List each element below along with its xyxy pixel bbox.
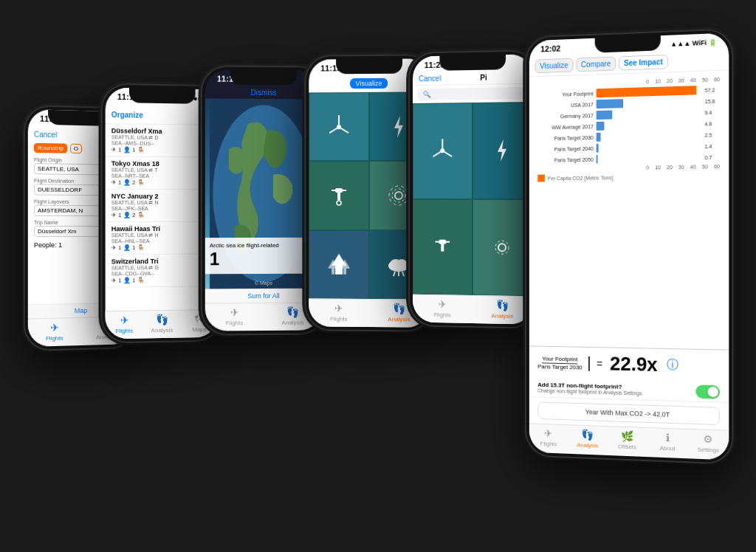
svg-line-4 xyxy=(329,127,339,133)
flights-icon-6: ✈ xyxy=(544,427,553,439)
paris2040-value: 1.4 xyxy=(705,143,720,148)
roundtrip-button[interactable]: Roundtrip xyxy=(34,143,67,153)
water-icon-5 xyxy=(427,232,456,261)
phone-5: 11:20 Cancel Pi 🔍 xyxy=(408,49,537,329)
analysis-label-3: Analysis xyxy=(282,320,304,326)
nav-analysis-2[interactable]: 👣 Analysis xyxy=(143,314,181,334)
an-cell-2[interactable] xyxy=(413,199,472,295)
flights-icon-4: ✈ xyxy=(334,303,343,314)
visualize-nav-button[interactable]: Visualize xyxy=(535,58,573,74)
nav-flights-5[interactable]: ✈ Flights xyxy=(413,298,472,319)
nav-offsets-6[interactable]: 🌿 Offsets xyxy=(608,429,647,451)
oneway-button[interactable]: O xyxy=(70,144,82,153)
offsets-icon-6: 🌿 xyxy=(621,430,633,443)
nav-flights-2[interactable]: ✈ Flights xyxy=(106,314,143,334)
analysis-label-5: Analysis xyxy=(491,312,513,320)
chart-scale-bottom: 0 10 20 30 40 50 60 xyxy=(537,164,720,172)
trip-route-3: SEA--HNL--SEA xyxy=(111,238,212,244)
paris2050-bar-container xyxy=(597,153,702,163)
search-bar-5[interactable]: 🔍 xyxy=(417,87,528,100)
flights-icon-2: ✈ xyxy=(120,314,128,326)
flights-label-2: Flights xyxy=(116,328,134,334)
trip-name-3: Hawaii Haas Tri xyxy=(111,225,212,232)
satellite-icon-5 xyxy=(487,232,517,263)
an-cell-1[interactable] xyxy=(472,102,533,199)
chart-row-paris2030: Paris Target 2030 2.5 xyxy=(537,130,720,142)
trip-icons-3: ✈ 1 👤 1 🪑 xyxy=(111,244,212,252)
flights-label-6: Flights xyxy=(540,441,557,448)
an-cell-0[interactable] xyxy=(413,103,472,199)
info-icon[interactable]: ⓘ xyxy=(667,357,678,373)
usa-value: 15.8 xyxy=(705,98,720,104)
flights-label-5: Flights xyxy=(433,311,450,318)
nav-flights-3[interactable]: ✈ Flights xyxy=(205,306,264,327)
footprint-label: Your Footprint xyxy=(537,91,593,97)
footprint-bar xyxy=(597,86,696,97)
water-tap-icon xyxy=(324,181,354,210)
about-label-6: About xyxy=(659,445,675,452)
trip-icons-4: ✈ 1 👤 1 🪑 xyxy=(111,276,212,283)
flights-icon-3: ✈ xyxy=(230,306,238,318)
nav-flights-4[interactable]: ✈ Flights xyxy=(309,302,368,322)
nav-analysis-5[interactable]: 👣 Analysis xyxy=(472,299,533,320)
viz-cell-0[interactable] xyxy=(309,92,368,161)
time-6: 12:02 xyxy=(540,44,560,54)
lightning-icon-5 xyxy=(487,136,517,165)
compare-nav-button[interactable]: Compare xyxy=(576,57,616,72)
usa-label: USA 2017 xyxy=(537,102,593,108)
svg-point-32 xyxy=(495,241,509,254)
svg-point-10 xyxy=(337,201,341,205)
flights-label-4: Flights xyxy=(330,316,347,322)
nav-flights-1[interactable]: ✈ Flights xyxy=(28,321,81,342)
nav-analysis-6[interactable]: 👣 Analysis xyxy=(568,428,607,449)
an-cell-3[interactable] xyxy=(472,199,533,297)
nav-flights-6[interactable]: ✈ Flights xyxy=(529,427,568,448)
trip-route-1: SEA--NRT--SEA xyxy=(111,173,212,179)
organize-button[interactable]: Organize xyxy=(111,111,143,120)
paris2050-value: 0.7 xyxy=(705,154,720,159)
visualize-button[interactable]: Visualize xyxy=(350,78,388,89)
svg-marker-6 xyxy=(394,115,403,137)
flights-label-3: Flights xyxy=(226,320,244,326)
nav-about-6[interactable]: ℹ About xyxy=(647,431,688,452)
notch-4 xyxy=(336,59,402,75)
notch-3 xyxy=(230,70,297,86)
see-impact-nav-button[interactable]: See Impact xyxy=(619,55,668,70)
scene: 11:17 ●●● Cancel Roundtrip O Flight Orig… xyxy=(16,10,740,542)
apple-maps-label: © Maps xyxy=(255,280,272,286)
chart-row-ww: WW Average 2017 4.8 xyxy=(537,119,720,132)
svg-point-12 xyxy=(392,189,405,202)
trip-route-0: SEA--AMS--DUS-- xyxy=(111,140,212,146)
usa-bar xyxy=(597,99,624,108)
paris2040-bar-container xyxy=(597,142,702,153)
viz-cell-2[interactable] xyxy=(309,161,368,230)
notch-5 xyxy=(439,55,506,71)
trip-route-4: SEA--CDG--GVA-- xyxy=(111,270,212,276)
chart-legend: Per Capita CO2 [Metric Tons] xyxy=(537,172,720,182)
dismiss-button[interactable]: Dismiss xyxy=(250,89,276,97)
trip-icons-0: ✈ 1 👤 1 🪑 xyxy=(111,146,212,153)
trip-route-2: SEA--JFK--SEA xyxy=(111,206,212,211)
analysis-icon-3: 👣 xyxy=(286,306,299,318)
cancel-button-5[interactable]: Cancel xyxy=(419,75,441,83)
footprint-bar-container xyxy=(597,86,702,97)
wind-icon xyxy=(427,136,456,165)
non-flight-toggle[interactable] xyxy=(695,384,720,399)
phone5-header: Cancel Pi xyxy=(413,71,532,86)
cancel-button-1[interactable]: Cancel xyxy=(34,131,57,139)
overlay-number: 1 xyxy=(210,249,317,270)
svg-line-26 xyxy=(442,151,452,156)
trip-origin-2: SEATTLE, USA ⇌ N xyxy=(111,200,212,206)
footprint-value: 57.2 xyxy=(705,87,720,93)
legend-text: Per Capita CO2 [Metric Tons] xyxy=(548,175,613,181)
nav-settings-6[interactable]: ⚙ Settings xyxy=(688,432,729,454)
analysis-icon-2: 👣 xyxy=(156,314,168,325)
germany-value: 9.4 xyxy=(705,109,720,115)
paris2030-label: Paris Target 2030 xyxy=(537,134,593,140)
analysis-grid-5 xyxy=(413,102,532,296)
paris2050-label: Paris Target 2050 xyxy=(537,156,593,162)
equals-sign: = xyxy=(597,358,602,370)
viz-cell-4[interactable] xyxy=(309,230,368,299)
analysis-icon-4: 👣 xyxy=(393,303,405,314)
phone-6: 12:02 ▲▲▲ WiFi 🔋 Visualize Compare See I… xyxy=(525,28,733,465)
